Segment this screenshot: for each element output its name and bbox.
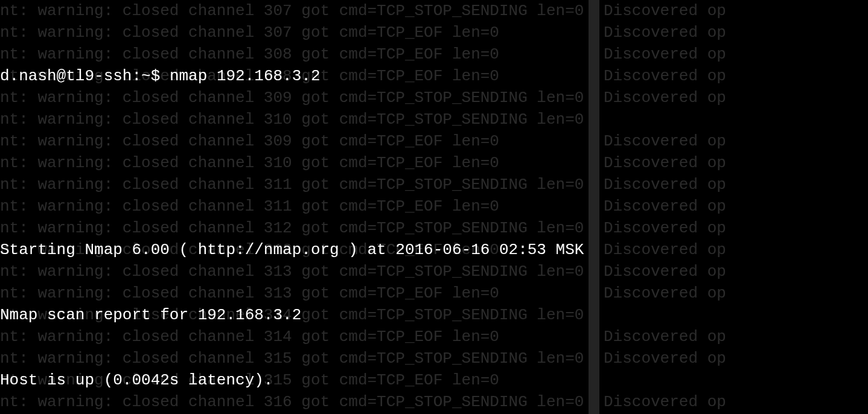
nmap-output-pane[interactable]: d.nash@tl9-ssh:~$ nmap 192.168.3.2 Start… — [0, 0, 584, 414]
typed-command: nmap 192.168.3.2 — [170, 67, 321, 85]
prompt-cwd: ~ — [141, 67, 151, 85]
nmap-start-line: Starting Nmap 6.00 ( http://nmap.org ) a… — [0, 239, 584, 261]
nmap-host-line: Host is up (0.0042s latency). — [0, 369, 584, 391]
background-terminal-right: Discovered op Discovered op Discovered o… — [604, 0, 726, 413]
blank-line — [0, 152, 584, 174]
nmap-report-line: Nmap scan report for 192.168.3.2 — [0, 304, 584, 326]
prompt-sep: $ — [151, 67, 161, 85]
pane-splitter[interactable] — [589, 0, 599, 414]
shell-prompt-line[interactable]: d.nash@tl9-ssh:~$ nmap 192.168.3.2 — [0, 65, 584, 87]
prompt-user-host: d.nash@tl9-ssh — [0, 67, 132, 85]
